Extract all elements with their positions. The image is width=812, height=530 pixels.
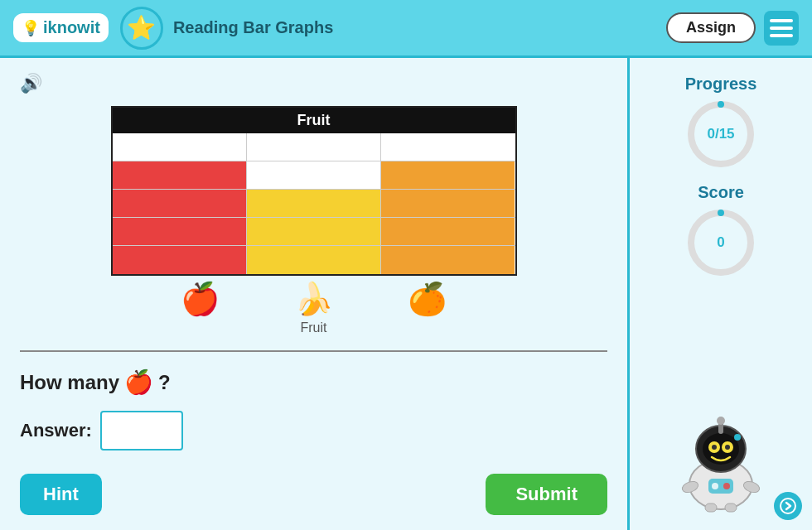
svg-rect-16 xyxy=(705,504,717,512)
score-ring: 0 xyxy=(684,205,758,280)
progress-value: 0/15 xyxy=(707,126,734,142)
chart-cell-5-2 xyxy=(247,246,381,274)
menu-button[interactable] xyxy=(764,11,799,46)
hamburger-line-2 xyxy=(770,26,793,30)
logo: 💡 iknowit xyxy=(13,13,109,42)
chart-label: Fruit xyxy=(301,320,327,335)
chart-cell-5-3 xyxy=(381,246,515,274)
svg-point-21 xyxy=(781,499,795,513)
logo-bulb-icon: 💡 xyxy=(22,19,40,37)
score-title: Score xyxy=(698,183,744,202)
chart-cell-3-3 xyxy=(381,190,515,217)
lesson-title: Reading Bar Graphs xyxy=(173,18,333,37)
svg-point-19 xyxy=(712,483,718,489)
svg-point-12 xyxy=(717,417,725,425)
chart-row-3 xyxy=(113,190,515,218)
answer-label: Answer: xyxy=(20,420,92,441)
score-section: Score 0 xyxy=(684,183,758,280)
score-value: 0 xyxy=(717,234,724,251)
chart-row-5 xyxy=(113,246,515,274)
chart-cell-4-1 xyxy=(113,218,247,245)
svg-rect-17 xyxy=(725,504,737,512)
bottom-buttons: Hint Submit xyxy=(20,465,607,515)
chart-cell-4-2 xyxy=(247,218,381,245)
fruit-icons-row: 🍎 🍌 🍊 xyxy=(111,281,517,317)
chart-cell-2-2 xyxy=(247,161,381,189)
star-icon: ⭐ xyxy=(127,14,156,41)
progress-section: Progress 0/15 xyxy=(684,75,758,171)
chart-grid xyxy=(113,133,515,274)
progress-ring: 0/15 xyxy=(684,97,758,171)
chart-row-1 xyxy=(113,133,515,161)
submit-button[interactable]: Submit xyxy=(486,474,607,515)
orange-icon: 🍊 xyxy=(408,281,447,317)
chart-row-2 xyxy=(113,161,515,190)
content-area: 🔊 Fruit xyxy=(0,58,630,530)
logo-text: iknowit xyxy=(43,18,100,37)
chart-cell-1-2 xyxy=(247,133,381,161)
chart-cell-1-3 xyxy=(381,133,515,161)
sidebar: Progress 0/15 Score 0 xyxy=(630,58,812,530)
header: 💡 iknowit ⭐ Reading Bar Graphs Assign xyxy=(0,0,812,58)
svg-point-10 xyxy=(725,445,730,450)
chart-cell-1-1 xyxy=(113,133,247,161)
chart-cell-5-1 xyxy=(113,246,247,274)
answer-row: Answer: xyxy=(20,411,607,450)
question-fruit-icon: 🍎 xyxy=(124,369,153,396)
chart-cell-4-3 xyxy=(381,218,515,245)
svg-point-13 xyxy=(734,434,741,441)
hint-button[interactable]: Hint xyxy=(20,474,102,515)
apple-icon: 🍎 xyxy=(181,281,220,317)
chart-cell-3-2 xyxy=(247,190,381,217)
chart-cell-2-3 xyxy=(381,161,515,189)
question-text-before: How many xyxy=(20,371,119,394)
assign-button[interactable]: Assign xyxy=(666,12,756,43)
robot-area xyxy=(667,398,775,513)
svg-point-20 xyxy=(723,483,730,489)
robot-mascot xyxy=(667,398,775,513)
audio-button[interactable]: 🔊 xyxy=(20,73,607,94)
chart-cell-2-1 xyxy=(113,161,247,189)
question-row: How many 🍎 ? xyxy=(20,369,607,396)
chart-row-4 xyxy=(113,218,515,246)
star-circle: ⭐ xyxy=(120,7,163,50)
progress-title: Progress xyxy=(685,75,757,94)
nav-arrow-button[interactable] xyxy=(774,492,802,520)
hamburger-line-3 xyxy=(770,34,793,37)
question-text-after: ? xyxy=(158,371,171,394)
svg-point-9 xyxy=(712,445,717,450)
bar-chart: Fruit xyxy=(111,106,517,276)
hamburger-line-1 xyxy=(770,19,793,22)
answer-input[interactable] xyxy=(100,411,183,450)
main-container: 🔊 Fruit xyxy=(0,58,812,530)
chart-title: Fruit xyxy=(113,108,515,133)
divider xyxy=(20,350,607,352)
chart-container: Fruit xyxy=(20,106,607,335)
banana-icon: 🍌 xyxy=(294,281,333,317)
header-right: Assign xyxy=(666,11,799,46)
chart-cell-3-1 xyxy=(113,190,247,217)
